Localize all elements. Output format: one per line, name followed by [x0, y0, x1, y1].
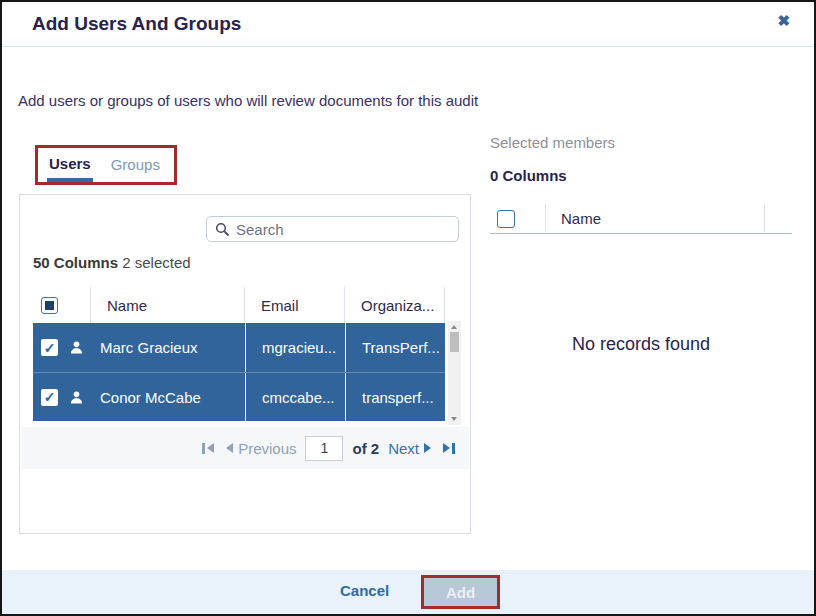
- tab-users[interactable]: Users: [47, 155, 93, 182]
- users-panel: 50 Columns 2 selected Name Email Organiz…: [19, 194, 471, 534]
- selected-members-panel: Selected members 0 Columns Name No recor…: [490, 134, 792, 355]
- row-name-cell: ✓ Conor McCabe: [33, 373, 245, 421]
- user-icon: [69, 390, 84, 405]
- row-email: mgracieu...: [245, 323, 345, 372]
- row-organization: TransPerf...: [345, 323, 445, 372]
- columns-count: 50 Columns: [33, 254, 118, 271]
- selected-table-header: Name: [490, 204, 792, 234]
- row-checkbox[interactable]: ✓: [41, 389, 58, 406]
- first-page-arrow-icon: [207, 443, 214, 453]
- next-page-button[interactable]: Next: [388, 440, 434, 457]
- tabs-annotation-box: Users Groups: [35, 145, 177, 185]
- first-page-button[interactable]: [202, 443, 214, 454]
- first-page-bar-icon: [202, 443, 205, 454]
- selected-columns-count: 0 Columns: [490, 167, 792, 184]
- add-users-and-groups-dialog: Add Users And Groups ✖ Add users or grou…: [0, 0, 816, 616]
- last-page-button[interactable]: [443, 443, 455, 454]
- column-divider: [545, 204, 546, 232]
- close-icon[interactable]: ✖: [777, 12, 790, 30]
- table-row[interactable]: ✓ Conor McCabe cmccabe... transperf...: [33, 372, 445, 421]
- header-email[interactable]: Email: [245, 287, 345, 323]
- row-checkbox[interactable]: ✓: [41, 339, 58, 356]
- empty-state-message: No records found: [490, 334, 792, 355]
- dialog-title: Add Users And Groups: [32, 13, 241, 35]
- add-annotation-box: Add: [421, 575, 500, 609]
- user-icon: [69, 340, 84, 355]
- row-name-cell: ✓ Marc Gracieux: [33, 323, 245, 372]
- search-input[interactable]: [236, 221, 436, 238]
- scroll-down-icon[interactable]: [451, 417, 457, 421]
- row-email: cmccabe...: [245, 373, 345, 421]
- page-number-input[interactable]: [305, 436, 343, 461]
- header-organization[interactable]: Organiza...: [345, 287, 445, 323]
- table-summary: 50 Columns 2 selected: [33, 254, 191, 271]
- column-divider: [764, 204, 765, 232]
- selected-select-all-checkbox[interactable]: [497, 210, 515, 228]
- dialog-description: Add users or groups of users who will re…: [18, 92, 478, 109]
- previous-label: Previous: [238, 440, 296, 457]
- add-button[interactable]: Add: [424, 578, 497, 606]
- dialog-header: Add Users And Groups ✖: [2, 2, 814, 47]
- indeterminate-mark: [45, 301, 54, 310]
- previous-page-button[interactable]: Previous: [223, 440, 296, 457]
- selected-header-name[interactable]: Name: [561, 210, 601, 227]
- row-organization: transperf...: [345, 373, 445, 421]
- tab-groups[interactable]: Groups: [111, 155, 160, 173]
- page-of-label: of 2: [352, 440, 379, 457]
- users-table: Name Email Organiza... ✓ Marc Gracieux m…: [33, 287, 445, 421]
- select-all-checkbox[interactable]: [41, 297, 58, 314]
- previous-arrow-icon: [226, 443, 233, 453]
- scrollbar-thumb[interactable]: [450, 332, 459, 352]
- selected-members-title: Selected members: [490, 134, 792, 151]
- cancel-button[interactable]: Cancel: [340, 582, 389, 599]
- table-row[interactable]: ✓ Marc Gracieux mgracieu... TransPerf...: [33, 323, 445, 372]
- row-name: Marc Gracieux: [100, 339, 198, 356]
- scroll-up-icon[interactable]: [451, 325, 457, 329]
- header-checkbox-cell: [33, 287, 91, 323]
- users-table-header: Name Email Organiza...: [33, 287, 445, 323]
- next-label: Next: [388, 440, 419, 457]
- search-box[interactable]: [206, 216, 459, 242]
- selected-count: 2 selected: [122, 254, 190, 271]
- dialog-footer: Cancel Add: [2, 570, 814, 614]
- header-name[interactable]: Name: [91, 287, 245, 323]
- last-page-arrow-icon: [443, 443, 450, 453]
- table-scrollbar[interactable]: [448, 321, 461, 425]
- search-icon: [215, 222, 229, 236]
- last-page-bar-icon: [452, 443, 455, 454]
- row-name: Conor McCabe: [100, 389, 201, 406]
- next-arrow-icon: [424, 443, 431, 453]
- pagination-bar: Previous of 2 Next: [21, 427, 469, 469]
